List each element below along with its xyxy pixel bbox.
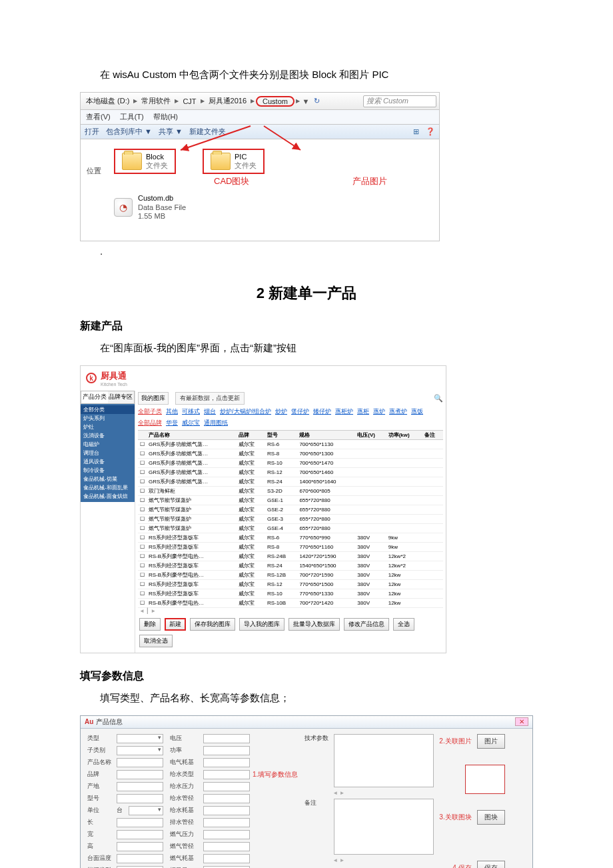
table-col-header[interactable]: 品牌 xyxy=(237,430,265,439)
row-checkbox[interactable]: ☐ xyxy=(140,553,145,559)
sel-unit[interactable] xyxy=(129,806,163,815)
inp-brand[interactable] xyxy=(117,770,163,779)
btn-edit-product[interactable]: 修改产品信息 xyxy=(344,618,389,631)
kt-filter-link[interactable]: 威尔宝 xyxy=(182,419,200,426)
search-icon[interactable]: 🔍 xyxy=(434,394,443,403)
table-row[interactable]: ☐RS系列经济型蒸饭车威尔宝RS-6770*650*990380V9kw xyxy=(138,533,443,542)
row-checkbox[interactable]: ☐ xyxy=(140,600,145,606)
crumb-3[interactable]: 厨具通2016 xyxy=(206,96,249,106)
inp-gash[interactable] xyxy=(203,854,250,863)
btn-link-block[interactable]: 图块 xyxy=(477,810,505,825)
table-col-header[interactable]: 型号 xyxy=(265,430,297,439)
menu-help[interactable]: 帮助(H) xyxy=(153,112,178,122)
inp-draintype[interactable] xyxy=(203,770,250,779)
table-row[interactable]: ☐燃气节能节煤蒸炉威尔宝GSE-3655*720*880 xyxy=(138,514,443,523)
crumb-1[interactable]: 常用软件 xyxy=(139,96,173,106)
btn-unselect-all[interactable]: 取消全选 xyxy=(139,635,173,647)
table-row[interactable]: ☐RS系列经济型蒸饭车威尔宝RS-241540*650*1500380V12kw… xyxy=(138,561,443,570)
btn-save-mylib[interactable]: 保存我的图库 xyxy=(190,618,235,631)
table-row[interactable]: ☐RS-B系列豪华型电热…威尔宝RS-12B700*720*1590380V12… xyxy=(138,570,443,579)
row-checkbox[interactable]: ☐ xyxy=(140,497,145,503)
row-checkbox[interactable]: ☐ xyxy=(140,581,145,587)
row-checkbox[interactable]: ☐ xyxy=(140,591,145,597)
inp-gaspress[interactable] xyxy=(203,830,250,839)
crumb-dropdown-icon[interactable]: ▼ xyxy=(301,97,310,105)
inp-origin[interactable] xyxy=(117,782,163,791)
table-row[interactable]: ☐GRS系列多功能燃气蒸…威尔宝RS-241400*650*1640 xyxy=(138,477,443,486)
inp-wid[interactable] xyxy=(117,830,163,839)
kt-filter-link[interactable]: 通用图纸 xyxy=(204,419,228,426)
kt-filter-link[interactable]: 煲仔炉 xyxy=(291,408,309,415)
crumb-4-circled[interactable]: Custom xyxy=(256,96,295,107)
inp-volt[interactable] xyxy=(203,734,250,743)
kt-filter-link[interactable]: 可移式 xyxy=(182,408,200,415)
table-col-header[interactable]: 规格 xyxy=(297,430,355,439)
kt-filter-link[interactable]: 华誉 xyxy=(166,419,178,426)
kt-cat-item[interactable]: 洗消设备 xyxy=(81,431,135,440)
table-row[interactable]: ☐GRS系列多功能燃气蒸…威尔宝RS-12700*650*1460 xyxy=(138,467,443,477)
table-row[interactable]: ☐RS系列经济型蒸饭车威尔宝RS-10770*650*1330380V12kw xyxy=(138,589,443,598)
inp-model[interactable] xyxy=(117,794,163,803)
file-customdb[interactable]: ◔ Custom.db Data Base File 1.55 MB xyxy=(114,194,432,221)
toolbar-view-icon[interactable]: ⊞ xyxy=(413,127,419,136)
table-row[interactable]: ☐RS-B系列豪华型电热…威尔宝RS-24B1420*720*1590380V1… xyxy=(138,551,443,561)
table-col-header[interactable]: 电压(V) xyxy=(355,430,386,439)
toolbar-include[interactable]: 包含到库中 ▼ xyxy=(106,127,152,137)
table-col-header[interactable]: 功率(kw) xyxy=(386,430,422,439)
kt-filter-link[interactable]: 蒸煮炉 xyxy=(389,408,407,415)
btn-batch-import[interactable]: 批量导入数据库 xyxy=(289,618,340,631)
table-row[interactable]: ☐双门海鲜柜威尔宝S3-2D670*600*805 xyxy=(138,486,443,495)
refresh-icon[interactable]: ↻ xyxy=(312,97,322,105)
inp-len[interactable] xyxy=(117,818,163,827)
inp-drainh[interactable] xyxy=(203,806,250,815)
toolbar-newfolder[interactable]: 新建文件夹 xyxy=(189,127,226,137)
kt-cat-item[interactable]: 制冷设备 xyxy=(81,466,135,475)
row-checkbox[interactable]: ☐ xyxy=(140,441,145,447)
kt-filter-link[interactable]: 蒸柜炉 xyxy=(335,408,353,415)
table-row[interactable]: ☐燃气节能节煤蒸炉威尔宝GSE-1655*720*880 xyxy=(138,495,443,505)
inp-pname[interactable] xyxy=(117,758,163,767)
sel-type[interactable] xyxy=(117,734,163,743)
btn-select-all[interactable]: 全选 xyxy=(393,618,414,631)
row-checkbox[interactable]: ☐ xyxy=(140,451,145,457)
close-icon[interactable]: ✕ xyxy=(515,717,528,726)
table-row[interactable]: ☐GRS系列多功能燃气蒸…威尔宝RS-10700*650*1470 xyxy=(138,458,443,467)
row-checkbox[interactable]: ☐ xyxy=(140,469,145,475)
row-checkbox[interactable]: ☐ xyxy=(140,544,145,550)
row-checkbox[interactable]: ☐ xyxy=(140,488,145,494)
kt-cat-item[interactable]: 炉头系列 xyxy=(81,414,135,423)
kt-filter-link[interactable]: 全部品牌 xyxy=(138,419,162,426)
kt-cat-item[interactable]: 全部分类 xyxy=(81,405,135,414)
table-row[interactable]: ☐GRS系列多功能燃气蒸…威尔宝RS-8700*650*1300 xyxy=(138,449,443,458)
table-col-header[interactable] xyxy=(138,430,147,439)
crumb-2[interactable]: CJT xyxy=(180,97,199,105)
table-row[interactable]: ☐RS-B系列豪华型电热…威尔宝RS-10B700*720*1420380V12… xyxy=(138,598,443,607)
kt-cat-item[interactable]: 调理台 xyxy=(81,449,135,457)
sel-subtype[interactable] xyxy=(117,746,163,755)
kt-cat-item[interactable]: 电磁炉 xyxy=(81,440,135,449)
inp-power[interactable] xyxy=(203,746,250,755)
toolbar-help-icon[interactable]: ❓ xyxy=(426,127,435,136)
kt-cat-item[interactable]: 食品机械-和面乱果 xyxy=(81,483,135,492)
table-row[interactable]: ☐燃气节能节煤蒸炉威尔宝GSE-2655*720*880 xyxy=(138,505,443,514)
kt-filter-link[interactable]: 烟台 xyxy=(204,408,216,415)
toolbar-open[interactable]: 打开 xyxy=(85,127,99,137)
kt-cat-item[interactable]: 食品机械-面食烘焙 xyxy=(81,492,135,501)
inp-eheat[interactable] xyxy=(203,758,250,767)
folder-block[interactable]: Block 文件夹 xyxy=(114,149,176,174)
btn-delete[interactable]: 删除 xyxy=(139,618,161,631)
table-row[interactable]: ☐燃气节能节煤蒸炉威尔宝GSE-4655*720*880 xyxy=(138,523,443,533)
kt-filter-link[interactable]: 全部子类 xyxy=(138,408,162,415)
table-row[interactable]: ☐RS系列经济型蒸饭车威尔宝RS-8770*650*1160380V9kw xyxy=(138,542,443,551)
table-row[interactable]: ☐RS系列经济型蒸饭车威尔宝RS-12770*650*1500380V12kw xyxy=(138,579,443,589)
kt-cat-item[interactable]: 食品机械-切菜 xyxy=(81,475,135,483)
kt-tab-category[interactable]: 产品分类 xyxy=(81,391,108,403)
inp-gaspipe[interactable] xyxy=(203,842,250,851)
kt-filter-link[interactable]: 炒炉/大锅炉/组合炉 xyxy=(220,408,271,415)
kt-filter-link[interactable]: 蒸炉 xyxy=(373,408,385,415)
textarea-note[interactable] xyxy=(334,799,434,855)
crumb-0[interactable]: 本地磁盘 (D:) xyxy=(83,96,132,106)
inp-hei[interactable] xyxy=(117,842,163,851)
row-checkbox[interactable]: ☐ xyxy=(140,525,145,531)
btn-save[interactable]: 保存 xyxy=(477,861,505,868)
